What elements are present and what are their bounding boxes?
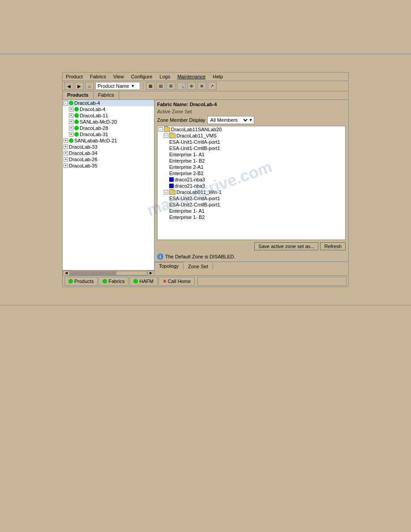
scroll-right-btn[interactable]: ▶ xyxy=(147,270,154,276)
left-panel-scrollbar: ◀ ▶ xyxy=(63,270,154,275)
tab-zone-set[interactable]: Zone Set xyxy=(184,262,213,270)
horizontal-scrollbar[interactable] xyxy=(70,271,147,275)
zone-item-esa-unit2a: ESA-Unit2-CmtlA-port1 xyxy=(158,195,345,202)
zone-label-enterprise1b2: Enterprise 1- B2 xyxy=(169,158,205,163)
zone-item-enterprise1b2: Enterprise 1- B2 xyxy=(158,158,345,164)
toolbar-forward-btn[interactable]: ▶ xyxy=(75,82,84,90)
tree-toggle-dracolab4-root[interactable]: - xyxy=(64,101,68,105)
menu-product[interactable]: Product xyxy=(64,73,84,80)
tree-item-dracolab31[interactable]: + DracoLab-31 xyxy=(63,131,154,137)
tree-item-dracolab33[interactable]: + DracoLab-33 xyxy=(63,144,154,150)
zone-label-enterprise2a1: Enterprise 2-A1 xyxy=(169,164,203,170)
tree-toggle-dracolab11[interactable]: + xyxy=(69,113,73,118)
menu-help[interactable]: Help xyxy=(211,73,224,80)
tree-label-sanlab20: SANLab-McD-20 xyxy=(80,119,117,124)
tree-toggle-dracolab34[interactable]: + xyxy=(64,151,68,155)
zone-member-dropdown[interactable]: All Members ▼ xyxy=(207,116,254,124)
folder-icon-dracolab011win1 xyxy=(169,190,176,195)
tab-fabrics[interactable]: Fabrics xyxy=(94,91,119,99)
status-dot-dracolab31 xyxy=(74,132,79,137)
tab-products[interactable]: Products xyxy=(63,91,94,99)
toolbar-filter-btn[interactable]: ⊞ xyxy=(167,82,176,90)
tab-topology[interactable]: Topology xyxy=(154,262,184,270)
tree-label-dracolab33: DracoLab-33 xyxy=(69,144,98,150)
zone-item-dracolab011win1[interactable]: - DracoLab011_Win-1 xyxy=(158,189,345,195)
tree-item-dracolab26[interactable]: + DracoLab-26 xyxy=(63,156,154,163)
zone-item-enterprise2a1: Enterprise 2-A1 xyxy=(158,164,345,170)
zone-label-esa-unit1b: ESA-Unit1-CmtlB-port1 xyxy=(169,146,220,151)
zone-toggle-dracolab11sanlab20[interactable]: - xyxy=(158,127,163,132)
zone-label-esa-unit2b: ESA-Unit2-CmtlB-port1 xyxy=(169,202,220,207)
tree-item-sanlabmcd21[interactable]: + SANLabab-McD-21 xyxy=(63,137,154,144)
zone-toggle-dracolab011win1[interactable]: - xyxy=(164,190,168,194)
tree-item-dracolab4[interactable]: + DracoLab-4 xyxy=(63,106,154,112)
toolbar-separator1 xyxy=(143,82,143,90)
folder-icon-dracolab11sanlab20 xyxy=(164,127,170,132)
tree-label-dracolab4: DracoLab-4 xyxy=(80,107,105,112)
tree-label-dracolab34: DracoLab-34 xyxy=(69,150,98,156)
tree-item-dracolab11[interactable]: + DracoLab-11 xyxy=(63,112,154,119)
folder-icon-dracolab11vms xyxy=(169,133,176,138)
zone-label-draco21nba3-2: draco21-nba3 xyxy=(175,183,205,189)
tree-item-dracolab28[interactable]: + DracoLab-28 xyxy=(63,125,154,131)
zone-label-enterprise1a1: Enterprise 1- A1 xyxy=(169,152,205,157)
zone-member-select[interactable]: All Members xyxy=(209,117,249,123)
toolbar-grid1-btn[interactable]: ▦ xyxy=(146,82,155,90)
save-active-zone-btn[interactable]: Save active zone set as... xyxy=(254,242,318,250)
toolbar-search3-btn[interactable]: ⊗ xyxy=(197,82,206,90)
tree-label-dracolab28: DracoLab-28 xyxy=(80,125,108,131)
tree-item-dracolab34[interactable]: + DracoLab-34 xyxy=(63,150,154,156)
default-zone-status-text: The Default Zone is DISABLED. xyxy=(165,254,235,259)
zone-label-esa-unit1a: ESA-Unit1-CmtlA-port1 xyxy=(169,139,220,145)
zone-label-esa-unit2a: ESA-Unit2-CmtlA-port1 xyxy=(169,196,220,201)
toolbar-search1-btn[interactable]: 🔍 xyxy=(177,82,186,90)
tree-toggle-sanlabmcd21[interactable]: + xyxy=(64,138,68,143)
tree-toggle-dracolab28[interactable]: + xyxy=(69,126,73,130)
tree-item-sanlab20[interactable]: + SANLab-McD-20 xyxy=(63,119,154,125)
tree-toggle-dracolab35[interactable]: + xyxy=(64,163,68,168)
zone-item-enterprise1b2-2: Enterprise 1- B2 xyxy=(158,214,345,220)
tree-item-dracolab35[interactable]: + DracoLab-35 xyxy=(63,163,154,169)
zone-toggle-dracolab11vms[interactable]: - xyxy=(164,133,168,138)
tree-item-dracolab4-root[interactable]: - DracoLab-4 xyxy=(63,100,154,106)
scroll-left-btn[interactable]: ◀ xyxy=(63,270,70,276)
menu-view[interactable]: View xyxy=(112,73,125,80)
products-status-dot xyxy=(68,279,73,283)
hafm-status-dot xyxy=(133,279,138,283)
zone-item-dracolab11sanlab20[interactable]: - DracoLab11SANLab20 xyxy=(158,126,345,133)
status-dot-sanlab20 xyxy=(74,120,79,124)
toolbar-search2-btn[interactable]: ⊕ xyxy=(187,82,196,90)
tree-toggle-dracolab4[interactable]: + xyxy=(69,107,73,112)
bottom-tabs: Products Fabrics HAFM ✕ Call Home xyxy=(63,275,348,287)
toolbar-home-btn[interactable]: ⌂ xyxy=(85,82,94,90)
toolbar: ◀ ▶ ⌂ Product Name ▼ ▦ ▤ ⊞ 🔍 ⊕ ⊗ ↗ xyxy=(63,81,348,91)
toolbar-back-btn[interactable]: ◀ xyxy=(64,82,73,90)
refresh-btn[interactable]: Refresh xyxy=(320,242,346,250)
tree-toggle-sanlab20[interactable]: + xyxy=(69,120,73,124)
menu-configure[interactable]: Configure xyxy=(130,73,154,80)
toolbar-export-btn[interactable]: ↗ xyxy=(208,82,217,90)
bottom-tab-fabrics[interactable]: Fabrics xyxy=(98,277,128,286)
dropdown-arrow-icon: ▼ xyxy=(249,118,253,122)
zone-tree-area: - DracoLab11SANLab20 - DracoLab11_VMS ES… xyxy=(157,126,346,240)
menu-bar: Product Fabrics View Configure Logs Main… xyxy=(63,73,348,81)
tree-toggle-dracolab33[interactable]: + xyxy=(64,145,68,149)
bottom-tab-products[interactable]: Products xyxy=(64,277,98,286)
menu-maintenance[interactable]: Maintenance xyxy=(176,73,207,80)
right-panel: Fabric Name: DracoLab-4 Active Zone Set … xyxy=(154,100,348,270)
fabric-name-header: Fabric Name: DracoLab-4 xyxy=(154,100,348,109)
bottom-tab-hafm[interactable]: HAFM xyxy=(129,277,157,286)
bottom-tab-hafm-label: HAFM xyxy=(139,279,153,284)
page-wrapper: Product Fabrics View Configure Logs Main… xyxy=(0,0,411,532)
bottom-tab-callhome[interactable]: ✕ Call Home xyxy=(158,277,195,286)
top-divider xyxy=(0,54,411,54)
toolbar-product-dropdown[interactable]: Product Name ▼ xyxy=(95,82,140,90)
menu-logs[interactable]: Logs xyxy=(158,73,171,80)
zone-item-dracolab11vms[interactable]: - DracoLab11_VMS xyxy=(158,133,345,139)
tree-toggle-dracolab26[interactable]: + xyxy=(64,157,68,162)
zone-label-dracolab011win1: DracoLab011_Win-1 xyxy=(176,189,222,195)
tree-toggle-dracolab31[interactable]: + xyxy=(69,132,73,137)
menu-fabrics[interactable]: Fabrics xyxy=(89,73,107,80)
tree-label-sanlabmcd21: SANLabab-McD-21 xyxy=(74,138,117,143)
toolbar-grid2-btn[interactable]: ▤ xyxy=(156,82,165,90)
